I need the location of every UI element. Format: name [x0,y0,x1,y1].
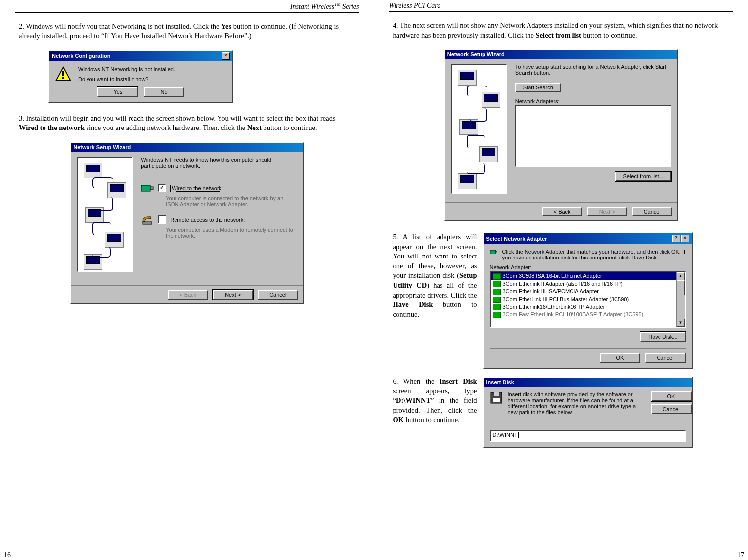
start-search-button[interactable]: Start Search [515,83,561,92]
step-4-text: 4. The next screen will not show any Net… [393,21,730,40]
adapter-listbox[interactable]: 3Com 3C508 ISA 16-bit Ethernet Adapter 3… [490,271,686,328]
cancel-button[interactable]: Cancel [632,207,672,216]
adapter-icon [493,281,501,287]
network-configuration-dialog: Network Configuration × Windows NT Netwo… [48,50,233,103]
remote-label: Remote access to the network: [170,217,245,223]
remote-desc: Your computer uses a Modem to remotely c… [166,227,297,239]
insert-disk-text: Insert disk with software provided by th… [508,391,646,415]
network-setup-wizard-adapters-dialog: Network Setup Wizard [444,49,678,221]
wired-label: Wired to the network: [170,185,224,192]
remote-checkbox[interactable] [158,215,166,224]
dialog-line1: Windows NT Networking is not installed. [78,66,175,72]
dialog-title: Select Network Adapter [486,236,547,242]
wired-checkbox[interactable]: ✓ [158,184,166,192]
list-item: 3Com 3C508 ISA 16-bit Ethernet Adapter [491,272,685,280]
wizard-graphic [77,157,133,272]
series-suffix: Series [341,3,359,10]
section-name: Wireless PCI Card [389,2,441,10]
step-6-text: 6. When the Insert Disk screen appears, … [393,377,477,448]
close-icon[interactable]: × [222,52,230,60]
dialog-title: Network Setup Wizard [447,51,505,57]
header-left: Instant WirelessTM Series [15,2,359,13]
svg-rect-1 [62,71,64,76]
dialog-title: Network Configuration [52,53,111,59]
series-name: Instant Wireless [290,3,334,10]
back-button: < Back [168,290,208,300]
modem-icon [141,215,154,225]
step-3-text: 3. Installation will begin and you will … [19,114,355,133]
step-5-text: 5. A list of adapters will appear on the… [393,232,477,369]
svg-rect-4 [150,187,153,190]
adapters-listbox[interactable] [515,105,671,167]
adapter-icon [493,273,501,280]
close-icon[interactable]: × [681,235,689,242]
svg-rect-5 [143,222,152,224]
svg-rect-9 [494,392,499,396]
warning-icon [55,66,71,82]
wizard-graphic [451,64,507,194]
insert-disk-dialog: Insert Disk Insert disk with software pr… [483,377,693,448]
svg-rect-7 [495,252,497,253]
ok-button[interactable]: OK [651,391,692,401]
dialog-line2: Do you want to install it now? [78,76,175,82]
adapter-icon [493,289,501,295]
svg-rect-10 [493,398,500,402]
list-item: 3Com Fast EtherLink PCI 10/100BASE-T Ada… [491,311,685,319]
page-number-right: 17 [737,551,744,559]
header-right: Wireless PCI Card [389,2,734,12]
svg-rect-3 [141,185,150,191]
next-button[interactable]: Next > [213,290,253,300]
list-item: 3Com EtherLink III PCI Bus-Master Adapte… [491,296,685,303]
cancel-button[interactable]: Cancel [651,404,692,414]
have-disk-button[interactable]: Have Disk... [640,332,685,342]
scroll-down-icon[interactable]: ▼ [677,319,685,327]
dialog-title: Network Setup Wizard [73,144,131,150]
floppy-icon [490,391,503,404]
search-intro: To have setup start searching for a Netw… [515,64,671,76]
scroll-thumb[interactable] [677,280,685,295]
path-input[interactable]: D:\WINNT [490,430,686,442]
scroll-up-icon[interactable]: ▲ [677,272,685,280]
svg-rect-2 [62,77,64,79]
yes-button[interactable]: Yes [97,87,138,97]
adapter-icon [493,312,501,318]
wired-desc: Your computer is connected to the networ… [166,195,297,207]
tm-mark: TM [334,2,341,7]
list-item: 3Com Etherlink16/EtherLink16 TP Adapter [491,303,685,311]
wizard-intro: Windows NT needs to know how this comput… [141,157,297,169]
adapters-label: Network Adapters: [515,98,671,104]
list-item: 3Com Etherlink III ISA/PCMCIA Adapter [491,288,685,296]
adapter-icon [493,297,501,303]
adapter-list-label: Network Adapter: [490,264,686,270]
network-setup-wizard-dialog: Network Setup Wizard [70,142,304,304]
select-from-list-button[interactable]: Select from list... [615,172,671,181]
back-button[interactable]: < Back [542,207,582,216]
select-adapter-intro: Click the Network Adapter that matches y… [502,249,686,260]
network-card-icon [141,183,154,193]
select-network-adapter-dialog: Select Network Adapter ? × C [483,232,693,369]
adapter-icon [490,249,497,260]
svg-rect-6 [490,250,496,254]
dialog-title: Insert Disk [486,379,514,385]
no-button[interactable]: No [144,87,184,97]
cancel-button[interactable]: Cancel [645,353,686,363]
help-icon[interactable]: ? [672,235,680,242]
step-2-text: 2. Windows will notify you that Networki… [19,22,355,41]
page-number-left: 16 [4,551,11,559]
adapter-icon [493,304,501,310]
cancel-button[interactable]: Cancel [258,290,298,300]
next-button: Next > [587,207,627,216]
ok-button[interactable]: OK [600,353,640,363]
list-item: 3Com Etherlink II Adapter (also II/16 an… [491,280,685,288]
